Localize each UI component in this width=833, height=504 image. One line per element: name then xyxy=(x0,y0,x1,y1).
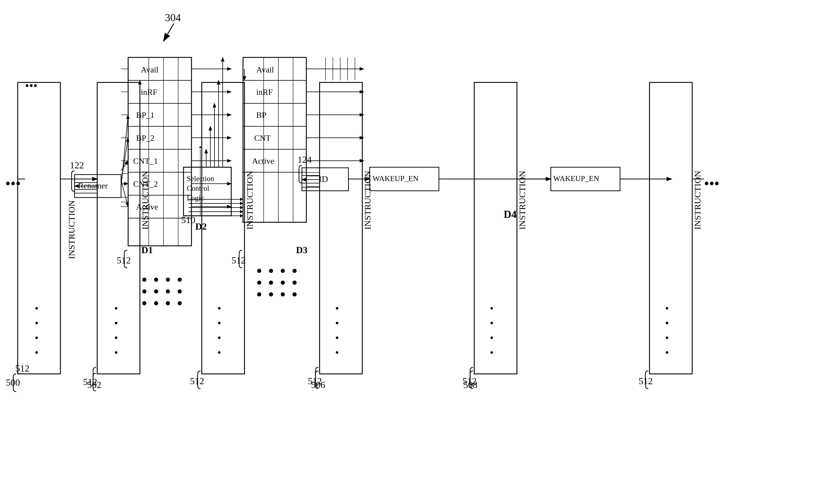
d2-label: D2 xyxy=(195,221,207,232)
rf2-cnt: CNT xyxy=(254,133,271,143)
d4-label: D4 xyxy=(504,208,517,220)
rf1-avail: Avail xyxy=(141,65,159,74)
scl-label-1: Selection xyxy=(187,175,214,182)
svg-point-157 xyxy=(292,292,296,297)
svg-text:•: • xyxy=(35,347,39,358)
svg-text:•: • xyxy=(114,317,118,329)
label-510: 510 xyxy=(181,215,195,225)
svg-point-155 xyxy=(292,269,296,273)
svg-rect-62 xyxy=(243,57,306,80)
rf1-inrf: inRF xyxy=(141,87,157,97)
rf2-avail: Avail xyxy=(256,65,274,74)
rf1-cnt1: CNT_1 xyxy=(133,156,158,166)
label-124: 124 xyxy=(298,154,312,165)
svg-point-149 xyxy=(269,269,273,273)
svg-point-140 xyxy=(166,278,170,282)
svg-point-156 xyxy=(292,281,296,285)
instruction-label-2: INSTRUCTION xyxy=(245,171,255,230)
instruction-label-5: INSTRUCTION xyxy=(692,171,702,230)
svg-text:•: • xyxy=(490,317,494,329)
svg-point-153 xyxy=(281,281,285,285)
svg-rect-65 xyxy=(243,126,306,149)
svg-text:•: • xyxy=(35,303,39,314)
scl-label-2: Control xyxy=(187,184,209,192)
svg-text:•: • xyxy=(114,347,118,358)
svg-text:•: • xyxy=(665,303,669,314)
svg-point-146 xyxy=(257,269,261,273)
svg-text:•••: ••• xyxy=(5,175,21,192)
svg-text:•: • xyxy=(665,332,669,344)
rf1-cnt2: CNT_2 xyxy=(133,179,158,188)
svg-point-134 xyxy=(142,278,146,282)
label-512-d5: 512 xyxy=(639,376,653,386)
svg-rect-6 xyxy=(18,82,61,374)
svg-rect-75 xyxy=(319,82,362,374)
rf1-bp2: BP_2 xyxy=(136,133,154,143)
svg-marker-124 xyxy=(199,146,201,148)
label-500: 500 xyxy=(6,377,20,388)
svg-text:•: • xyxy=(217,317,221,329)
rf2-active: Active xyxy=(252,156,274,166)
label-512-rf2: 512 xyxy=(232,255,246,266)
svg-point-150 xyxy=(269,281,273,285)
svg-text:•: • xyxy=(335,317,339,329)
svg-rect-18 xyxy=(128,57,191,80)
svg-point-151 xyxy=(269,292,273,297)
d1-label: D1 xyxy=(141,245,153,255)
rf2-bp: BP xyxy=(256,110,266,120)
svg-text:•: • xyxy=(335,347,339,358)
label-512-d1: 512 xyxy=(117,255,131,266)
svg-point-139 xyxy=(154,301,158,305)
svg-text:•: • xyxy=(335,303,339,314)
wakeup-en-1: WAKEUP_EN xyxy=(373,174,419,183)
svg-point-154 xyxy=(281,292,285,297)
svg-point-147 xyxy=(257,281,261,285)
svg-text:•: • xyxy=(490,332,494,344)
svg-rect-86 xyxy=(474,82,517,374)
instruction-label-3: INSTRUCTION xyxy=(363,171,372,230)
svg-line-4 xyxy=(164,24,174,41)
svg-rect-19 xyxy=(128,80,191,103)
svg-text:•: • xyxy=(217,347,221,358)
label-122: 122 xyxy=(70,160,84,171)
svg-text:•: • xyxy=(665,347,669,358)
svg-text:•: • xyxy=(665,317,669,329)
svg-text:•: • xyxy=(217,332,221,344)
rf2-inrf: inRF xyxy=(256,87,273,97)
id-label: ID xyxy=(319,174,328,184)
svg-text:•: • xyxy=(114,332,118,344)
wakeup-en-2: WAKEUP_EN xyxy=(553,174,599,183)
svg-point-137 xyxy=(154,278,158,282)
label-502: 502 xyxy=(87,379,101,390)
svg-text:•: • xyxy=(217,303,221,314)
svg-point-142 xyxy=(166,301,170,305)
svg-rect-95 xyxy=(649,82,692,374)
svg-text:•••: ••• xyxy=(704,175,720,192)
svg-text:•: • xyxy=(35,317,39,329)
diagram-container: 304 ••• INSTRUCTION • • • • 500 512 INST… xyxy=(0,0,833,504)
svg-point-138 xyxy=(154,289,158,294)
svg-point-141 xyxy=(166,289,170,294)
svg-line-43 xyxy=(121,115,128,187)
instruction-label-4: INSTRUCTION xyxy=(517,171,527,230)
label-512-d2: 512 xyxy=(190,376,204,386)
label-512-0: 512 xyxy=(15,363,29,374)
svg-point-136 xyxy=(142,301,146,305)
d3-label: D3 xyxy=(296,245,308,255)
svg-text:•: • xyxy=(490,347,494,358)
svg-text:•: • xyxy=(35,332,39,344)
rf1-bp1: BP_1 xyxy=(136,110,154,120)
svg-text:•: • xyxy=(490,303,494,314)
svg-line-39 xyxy=(121,180,128,207)
svg-point-152 xyxy=(281,269,285,273)
svg-line-41 xyxy=(121,161,128,171)
svg-point-148 xyxy=(257,292,261,297)
svg-text:•: • xyxy=(114,303,118,314)
svg-text:•••: ••• xyxy=(25,79,38,93)
svg-point-135 xyxy=(142,289,146,294)
svg-text:•: • xyxy=(335,332,339,344)
svg-point-144 xyxy=(177,289,182,294)
svg-point-143 xyxy=(177,278,182,282)
label-506: 506 xyxy=(311,379,325,390)
label-508: 508 xyxy=(463,379,477,390)
